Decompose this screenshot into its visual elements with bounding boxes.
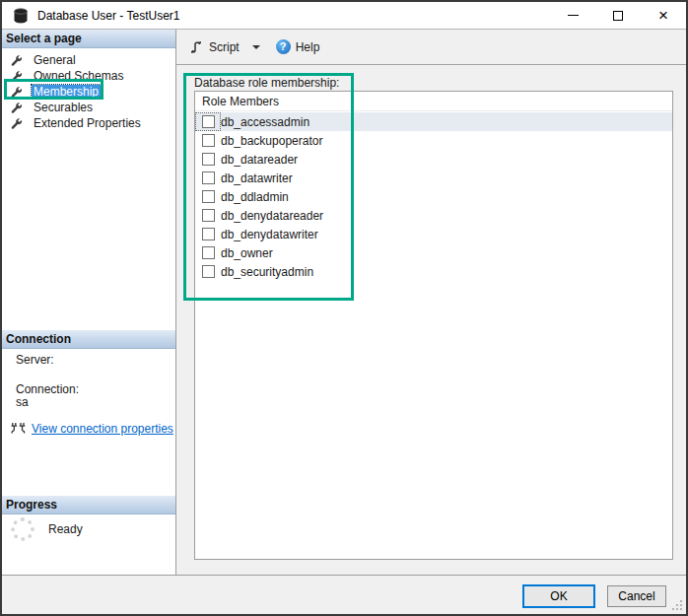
wrench-icon — [10, 117, 23, 130]
connection-label: Connection: — [16, 382, 79, 396]
checkbox-cell — [195, 112, 221, 131]
view-connection-properties-link[interactable]: View connection properties — [32, 422, 173, 436]
role-member-label: db_datareader — [221, 153, 298, 167]
ok-button[interactable]: OK — [522, 584, 595, 608]
database-user-dialog: Database User - TestUser1 × Select a pag… — [0, 0, 688, 616]
script-button[interactable]: Script — [184, 36, 243, 58]
connection-value: sa — [16, 395, 29, 409]
server-label: Server: — [16, 353, 54, 367]
role-member-label: db_securityadmin — [221, 265, 313, 279]
role-checkbox[interactable] — [202, 246, 215, 259]
sidebar-item-membership[interactable]: Membership — [2, 84, 174, 100]
main-panel: Script ? Help Database role membership: … — [176, 30, 686, 575]
page-list: General Owned Schemas Membership Securab… — [2, 52, 174, 131]
role-checkbox[interactable] — [202, 265, 215, 278]
window-controls: × — [550, 2, 686, 29]
wrench-icon — [10, 102, 23, 114]
minimize-button[interactable] — [550, 2, 595, 29]
close-icon: × — [658, 7, 668, 24]
wrench-icon — [10, 54, 23, 67]
role-member-label: db_datawriter — [221, 171, 293, 185]
maximize-icon — [613, 11, 623, 21]
role-checkbox[interactable] — [202, 171, 215, 184]
role-checkbox[interactable] — [202, 228, 215, 240]
help-icon: ? — [276, 39, 291, 54]
sidebar-item-general[interactable]: General — [2, 52, 174, 68]
view-connection-properties-row: View connection properties — [10, 422, 173, 436]
sidebar-item-label: Securables — [32, 101, 95, 114]
role-membership-label: Database role membership: — [194, 76, 339, 90]
close-button[interactable]: × — [641, 2, 686, 29]
maximize-button[interactable] — [595, 2, 641, 29]
wrench-icon — [10, 86, 23, 99]
checkbox-cell — [195, 243, 221, 262]
connection-header: Connection — [2, 330, 175, 349]
sidebar-item-label: Extended Properties — [32, 116, 143, 130]
script-dropdown-icon[interactable] — [252, 45, 260, 49]
checkbox-cell — [195, 225, 221, 243]
title-bar: Database User - TestUser1 × — [2, 2, 686, 30]
table-row[interactable]: db_datawriter — [195, 169, 672, 187]
role-member-label: db_backupoperator — [221, 134, 322, 148]
toolbar: Script ? Help — [176, 30, 686, 65]
wrench-icon — [10, 70, 23, 83]
checkbox-cell — [195, 169, 221, 187]
table-row[interactable]: db_backupoperator — [195, 131, 672, 150]
checkbox-cell — [195, 187, 221, 206]
cancel-button[interactable]: Cancel — [607, 585, 666, 607]
role-checkbox[interactable] — [202, 115, 215, 128]
table-row[interactable]: db_denydatawriter — [195, 225, 672, 243]
table-row[interactable]: db_owner — [195, 243, 672, 262]
table-row[interactable]: db_accessadmin — [195, 112, 672, 131]
role-checkbox[interactable] — [202, 190, 215, 203]
help-button[interactable]: ? Help — [272, 36, 324, 57]
role-member-label: db_denydatareader — [221, 209, 323, 223]
sidebar-item-owned-schemas[interactable]: Owned Schemas — [2, 68, 174, 84]
table-row[interactable]: db_datareader — [195, 150, 672, 169]
role-checkbox[interactable] — [202, 134, 215, 147]
progress-status: Ready — [48, 522, 83, 536]
checkbox-cell — [195, 131, 221, 150]
sidebar-item-extended-properties[interactable]: Extended Properties — [2, 115, 174, 131]
help-button-label: Help — [296, 40, 320, 54]
script-button-label: Script — [209, 40, 240, 54]
sidebar-item-securables[interactable]: Securables — [2, 100, 174, 115]
sidebar-item-label: Owned Schemas — [32, 69, 125, 83]
script-icon — [188, 39, 204, 55]
database-icon — [12, 7, 30, 25]
footer: OK Cancel — [2, 575, 686, 614]
sidebar-item-label: Membership — [32, 85, 101, 99]
role-members-list[interactable]: Role Members db_accessadmin db_backupope… — [194, 91, 673, 560]
sidebar: Select a page General Owned Schemas Memb… — [2, 30, 176, 575]
progress-header: Progress — [2, 496, 175, 514]
checkbox-cell — [195, 262, 221, 281]
role-members-rows: db_accessadmin db_backupoperator db_data… — [195, 112, 672, 281]
resize-grip[interactable] — [672, 600, 683, 611]
connection-plug-icon — [10, 422, 27, 436]
checkbox-cell — [195, 150, 221, 169]
role-checkbox[interactable] — [202, 153, 215, 166]
role-checkbox[interactable] — [202, 209, 215, 222]
window-title: Database User - TestUser1 — [37, 9, 180, 23]
minimize-icon — [568, 15, 579, 16]
role-member-label: db_accessadmin — [221, 115, 310, 129]
progress-spinner-icon — [11, 517, 34, 541]
sidebar-item-label: General — [32, 53, 78, 67]
role-member-label: db_ddladmin — [221, 190, 289, 204]
table-row[interactable]: db_securityadmin — [195, 262, 672, 281]
table-row[interactable]: db_denydatareader — [195, 206, 672, 225]
table-row[interactable]: db_ddladmin — [195, 187, 672, 206]
role-member-label: db_denydatawriter — [221, 228, 318, 241]
select-a-page-header: Select a page — [2, 30, 175, 48]
checkbox-cell — [195, 206, 221, 225]
role-member-label: db_owner — [221, 246, 273, 260]
role-members-column-header: Role Members — [195, 92, 672, 111]
